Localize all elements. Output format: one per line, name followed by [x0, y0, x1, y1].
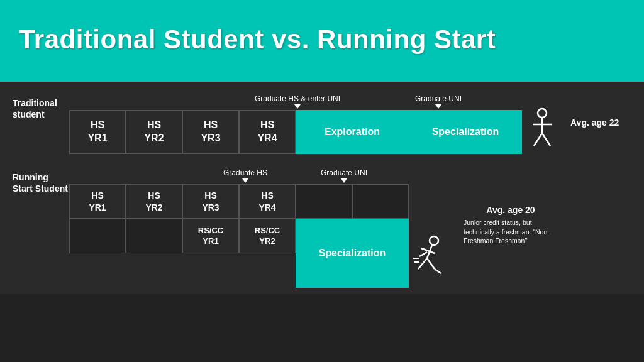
traditional-label: Traditional student [13, 91, 69, 120]
rs-annotations: Graduate HS Graduate UNI [69, 165, 409, 184]
grad-hs-annotation: Graduate HS & enter UNI [255, 94, 340, 109]
cell-hs-yr3: HSYR3 [182, 110, 239, 154]
rs-bottom-empty1 [69, 219, 126, 253]
traditional-avg: Avg. age 22 [570, 117, 619, 128]
cell-hs-yr1: HSYR1 [69, 110, 126, 154]
traditional-person-icon [522, 107, 563, 154]
cell-hs-yr2: HSYR2 [126, 110, 182, 154]
rs-avg-note-area: Avg. age 20 Junior credit status, but te… [457, 204, 564, 249]
svg-line-3 [534, 133, 542, 146]
junior-note: Junior credit status, but technically a … [464, 218, 564, 249]
running-person-icon [409, 234, 450, 288]
running-start-section: Running Start Student Graduate HS Gradua… [13, 165, 631, 288]
svg-line-8 [418, 258, 427, 269]
rs-cells-bottom: RS/CCYR1 RS/CCYR2 Specialization [69, 219, 409, 288]
rs-bottom-empty2 [126, 219, 182, 253]
traditional-annotations: Graduate HS & enter UNI Graduate UNI [69, 91, 465, 110]
running-start-top: Running Start Student Graduate HS Gradua… [13, 165, 631, 288]
cell-hs-yr4: HSYR4 [239, 110, 296, 154]
header: Traditional Student vs. Running Start [0, 0, 644, 82]
rs-cell-hs-yr1: HSYR1 [69, 184, 126, 219]
rs-cell-rscc-yr1: RS/CCYR1 [182, 219, 239, 253]
svg-line-7 [421, 248, 435, 253]
svg-line-4 [542, 133, 550, 146]
svg-line-11 [419, 252, 427, 256]
stick-figure-icon [525, 107, 560, 151]
traditional-section: Traditional student Graduate HS & enter … [13, 91, 631, 154]
traditional-top: Traditional student Graduate HS & enter … [13, 91, 631, 154]
rs-cell-empty2 [352, 184, 409, 219]
rs-avg: Avg. age 20 [486, 204, 535, 216]
rs-cell-hs-yr4: HSYR4 [239, 184, 296, 219]
cell-specialization: Specialization [409, 110, 522, 154]
running-start-label: Running Start Student [13, 165, 69, 194]
rs-cells-top: HSYR1 HSYR2 HSYR3 HSYR4 [69, 184, 409, 219]
rs-grad-uni-annotation: Graduate UNI [321, 168, 367, 183]
grad-uni-annotation: Graduate UNI [415, 94, 462, 109]
rs-cell-specialization: Specialization [296, 219, 409, 288]
rs-cell-hs-yr2: HSYR2 [126, 184, 182, 219]
rs-grad-hs-annotation: Graduate HS [223, 168, 267, 183]
traditional-grid: Graduate HS & enter UNI Graduate UNI HSY… [69, 91, 522, 154]
rs-cell-rscc-yr2: RS/CCYR2 [239, 219, 296, 253]
cell-exploration: Exploration [296, 110, 409, 154]
rs-cell-empty1 [296, 184, 352, 219]
content-area: Traditional student Graduate HS & enter … [0, 82, 644, 294]
traditional-cells: HSYR1 HSYR2 HSYR3 HSYR4 Exploration Spec… [69, 110, 522, 154]
rs-cell-hs-yr3: HSYR3 [182, 184, 239, 219]
running-stick-figure-icon [412, 234, 447, 285]
page-title: Traditional Student vs. Running Start [19, 25, 496, 55]
svg-line-10 [435, 269, 441, 273]
svg-point-5 [430, 236, 438, 245]
svg-line-9 [427, 258, 435, 269]
running-start-grid: Graduate HS Graduate UNI HSYR1 HSYR2 HSY… [69, 165, 409, 288]
svg-point-0 [538, 109, 547, 118]
